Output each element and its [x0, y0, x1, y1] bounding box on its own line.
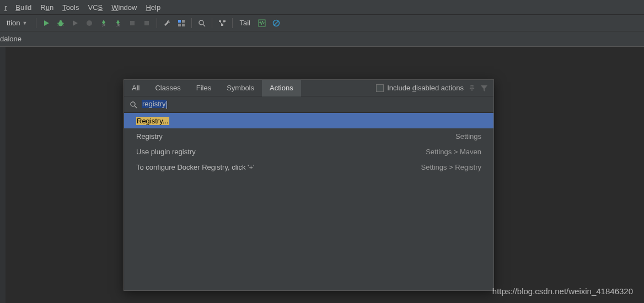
navbar: dalone	[0, 31, 644, 47]
tab-all[interactable]: All	[124, 80, 147, 96]
result-context: Settings > Registry	[421, 163, 481, 171]
separator	[212, 18, 212, 28]
cancel-button[interactable]	[270, 17, 282, 29]
result-row[interactable]: Registry Settings	[124, 128, 493, 144]
result-label: Use plugin registry	[136, 148, 426, 156]
results-empty-area	[124, 175, 493, 290]
menubar: r Build Run Tools VCS Window Help	[0, 0, 644, 15]
activity-button[interactable]	[256, 17, 268, 29]
debug-button[interactable]	[55, 17, 67, 29]
separator	[232, 18, 233, 28]
tail-label[interactable]: Tail	[237, 19, 254, 27]
run-config-label: ttion	[7, 19, 20, 27]
svg-line-4	[62, 23, 64, 24]
build-button[interactable]	[161, 17, 173, 29]
svg-point-8	[87, 20, 92, 26]
rocket-icon: JR	[100, 19, 108, 27]
project-structure-button[interactable]	[175, 17, 187, 29]
search-row: registry	[124, 96, 493, 113]
svg-line-5	[57, 25, 59, 25]
wrench-icon	[163, 19, 171, 27]
svg-line-26	[274, 21, 278, 25]
svg-rect-15	[178, 24, 181, 26]
menu-help[interactable]: Help	[141, 1, 165, 14]
svg-text:JR: JR	[116, 24, 120, 27]
menu-vcs[interactable]: VCS	[83, 1, 107, 14]
search-input-wrapper[interactable]: registry	[142, 100, 488, 109]
tree-icon	[218, 19, 226, 27]
rocket-debug-icon: JR	[114, 19, 122, 27]
search-query-text: registry	[142, 100, 167, 108]
pin-icon[interactable]	[468, 84, 476, 92]
svg-line-6	[62, 25, 64, 25]
menu-build[interactable]: Build	[11, 1, 36, 14]
result-label: To configure Docker Registry, click '+'	[136, 163, 421, 171]
include-disabled-toggle[interactable]: Include disabled actions	[376, 84, 464, 92]
svg-rect-20	[223, 20, 226, 22]
search-everywhere-popup: All Classes Files Symbols Actions Includ…	[124, 79, 494, 291]
attach-icon	[128, 19, 136, 27]
result-context: Settings > Maven	[426, 148, 481, 156]
breadcrumb[interactable]: dalone	[0, 35, 22, 43]
tree-button[interactable]	[216, 17, 228, 29]
svg-line-29	[135, 106, 137, 108]
svg-line-22	[220, 22, 222, 24]
jrebel-debug-button[interactable]: JR	[112, 17, 124, 29]
run-button[interactable]	[40, 17, 52, 29]
play-icon	[72, 20, 78, 26]
result-row[interactable]: To configure Docker Registry, click '+' …	[124, 159, 493, 175]
menu-tools[interactable]: Tools	[58, 1, 83, 14]
svg-point-28	[131, 102, 135, 106]
bug-icon	[57, 19, 65, 27]
svg-rect-19	[219, 20, 221, 22]
svg-line-23	[222, 22, 224, 24]
run-config-selector[interactable]: ttion ▼	[2, 18, 32, 28]
activity-icon	[258, 19, 266, 27]
profile-icon	[85, 19, 93, 27]
play-icon	[43, 20, 50, 26]
tab-classes[interactable]: Classes	[147, 80, 188, 96]
svg-rect-21	[221, 24, 223, 26]
svg-marker-0	[44, 20, 49, 26]
search-results: Registry... Registry Settings Use plugin…	[124, 113, 493, 175]
editor-gutter	[0, 47, 6, 303]
coverage-button[interactable]	[69, 17, 81, 29]
result-label: Registry	[136, 132, 455, 140]
attach-button[interactable]	[126, 17, 138, 29]
watermark-text: https://blog.csdn.net/weixin_41846320	[492, 286, 633, 296]
stop-icon	[143, 20, 150, 26]
tab-actions[interactable]: Actions	[262, 80, 301, 96]
search-tabs: All Classes Files Symbols Actions Includ…	[124, 80, 493, 96]
svg-rect-14	[182, 20, 185, 23]
structure-icon	[178, 19, 185, 27]
text-cursor	[167, 101, 167, 109]
profile-button[interactable]	[83, 17, 95, 29]
result-context: Settings	[455, 132, 481, 140]
svg-rect-12	[144, 21, 149, 25]
search-button[interactable]	[196, 17, 208, 29]
search-icon	[198, 19, 206, 27]
svg-line-18	[203, 24, 205, 26]
menu-run[interactable]: Run	[36, 1, 58, 14]
jrebel-run-button[interactable]: JR	[98, 17, 110, 29]
svg-marker-7	[73, 20, 78, 26]
result-label: Registry...	[136, 117, 481, 125]
checkbox-icon	[376, 84, 384, 92]
menu-refactor[interactable]: r	[0, 1, 11, 14]
menu-window[interactable]: Window	[107, 1, 141, 14]
filter-icon[interactable]	[480, 84, 488, 92]
tab-files[interactable]: Files	[189, 80, 219, 96]
svg-marker-27	[481, 85, 487, 91]
result-row[interactable]: Use plugin registry Settings > Maven	[124, 144, 493, 159]
toolbar: ttion ▼ JR JR Tail	[0, 15, 644, 31]
svg-point-2	[60, 20, 62, 22]
search-icon	[130, 101, 137, 109]
svg-rect-11	[130, 21, 135, 25]
include-disabled-label: Include disabled actions	[387, 84, 464, 92]
svg-text:JR: JR	[101, 24, 105, 27]
tab-symbols[interactable]: Symbols	[219, 80, 262, 96]
svg-line-3	[57, 23, 59, 24]
result-row[interactable]: Registry...	[124, 113, 493, 128]
svg-rect-16	[182, 24, 185, 26]
stop-button[interactable]	[141, 17, 153, 29]
